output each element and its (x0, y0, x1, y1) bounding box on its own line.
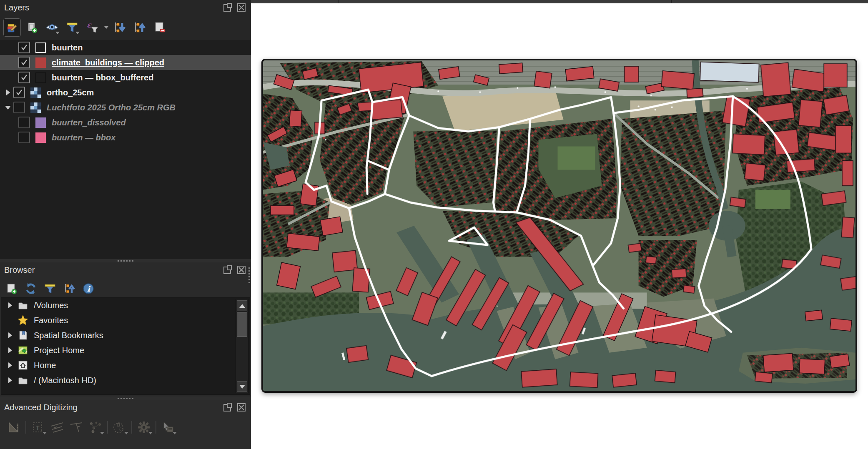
parallel-lines-icon (48, 418, 67, 437)
browser-item-macintosh-hd[interactable]: / (Macintosh HD) (1, 373, 250, 388)
browser-toolbar: i (0, 277, 251, 300)
layers-toolbar: ε (0, 15, 251, 40)
layer-swatch (35, 132, 46, 143)
browser-panel-header: Browser (0, 262, 251, 277)
expand-all-icon[interactable] (111, 18, 128, 37)
float-panel-icon[interactable] (222, 402, 233, 413)
layers-panel-header: Layers (0, 0, 251, 15)
map-rendering (263, 60, 855, 391)
remove-layer-icon[interactable] (151, 18, 168, 37)
layer-name: buurten — bbox_buffered (52, 73, 153, 82)
perpendicular-icon (67, 418, 86, 437)
bookmark-icon (17, 329, 29, 341)
home-icon (17, 359, 29, 371)
chevron-down-icon (75, 32, 80, 34)
layer-styling-icon[interactable] (3, 18, 21, 37)
collapse-all-icon[interactable] (131, 18, 148, 37)
browser-item-volumes[interactable]: /Volumes (1, 298, 250, 313)
browser-panel-title: Browser (4, 265, 35, 275)
layer-row-buurten[interactable]: buurten (0, 40, 251, 55)
cad-settings-gear-icon (134, 418, 153, 437)
construction-circles-icon (110, 418, 129, 437)
visibility-checkbox[interactable] (18, 42, 30, 53)
float-panel-icon[interactable] (222, 264, 233, 275)
browser-item-favorites[interactable]: Favorites (1, 313, 250, 328)
filter-expression-icon[interactable]: ε (83, 18, 101, 37)
visibility-checkbox[interactable] (18, 117, 30, 128)
browser-item-label: Home (34, 361, 56, 370)
layer-tree: buurten climate_buildings — clipped buur… (0, 40, 251, 259)
visibility-checkbox[interactable] (13, 87, 25, 98)
close-panel-icon[interactable] (236, 264, 247, 275)
map-canvas[interactable] (261, 59, 857, 393)
browser-panel: Browser (0, 262, 251, 397)
expander-collapsed-icon[interactable] (5, 330, 15, 341)
toolbar-edge-strip (251, 0, 868, 3)
browser-tree: /Volumes Favorites Spatial Bookmarks Pro… (1, 297, 250, 395)
expander-collapsed-icon[interactable] (5, 360, 15, 371)
snap-points-icon (86, 418, 105, 437)
raster-checker-swatch (30, 87, 41, 98)
layer-swatch (35, 42, 46, 53)
filter-browser-icon[interactable] (42, 280, 58, 297)
panel-splitter-handle[interactable] (0, 259, 251, 262)
scroll-down-icon[interactable] (237, 381, 247, 392)
layer-swatch (35, 72, 46, 83)
chevron-down-icon[interactable] (104, 26, 108, 29)
layers-panel-title: Layers (4, 3, 29, 12)
dock-sidebar: Layers (0, 0, 251, 449)
map-themes-icon[interactable] (43, 18, 61, 37)
layer-row-ortho-25cm[interactable]: ortho_25cm (0, 85, 251, 100)
close-panel-icon[interactable] (236, 402, 247, 413)
layer-swatch (35, 57, 46, 68)
expander-collapsed-icon[interactable] (3, 87, 13, 98)
visibility-checkbox[interactable] (18, 72, 30, 83)
svg-text:ε: ε (87, 20, 92, 29)
properties-info-icon[interactable]: i (80, 280, 97, 297)
layer-name: ortho_25cm (47, 88, 94, 97)
add-group-icon[interactable] (23, 18, 41, 37)
layer-row-buurten-bbox[interactable]: buurten — bbox (0, 130, 251, 145)
advanced-digitizing-toolbar: T (0, 415, 251, 440)
scrollbar-thumb[interactable] (237, 312, 247, 337)
visibility-checkbox[interactable] (18, 132, 30, 143)
cad-tools-icon (4, 418, 23, 437)
browser-item-label: Spatial Bookmarks (34, 331, 103, 340)
layer-name: buurten — bbox (52, 133, 115, 142)
panel-splitter-handle[interactable] (0, 397, 251, 400)
collapse-all-icon[interactable] (61, 280, 78, 297)
browser-item-label: Favorites (34, 316, 68, 325)
float-panel-icon[interactable] (222, 2, 233, 13)
visibility-checkbox[interactable] (13, 102, 25, 113)
toolbar-separator (338, 0, 339, 3)
browser-item-home[interactable]: Home (1, 358, 250, 373)
toolbar-separator (671, 0, 672, 3)
browser-scrollbar[interactable] (236, 299, 248, 393)
browser-item-spatial-bookmarks[interactable]: Spatial Bookmarks (1, 328, 250, 343)
close-panel-icon[interactable] (236, 2, 247, 13)
refresh-icon[interactable] (23, 280, 39, 297)
layer-row-buurten-bbox-buffered[interactable]: buurten — bbox_buffered (0, 70, 251, 85)
visibility-checkbox[interactable] (18, 57, 30, 68)
expander-collapsed-icon[interactable] (5, 375, 15, 386)
expander-collapsed-icon[interactable] (5, 345, 15, 356)
layer-row-luchtfoto-2025[interactable]: Luchtfoto 2025 Ortho 25cm RGB (0, 100, 251, 115)
expander-expanded-icon[interactable] (3, 102, 13, 113)
raster-checker-swatch (30, 102, 41, 113)
map-canvas-area (251, 0, 868, 449)
expander-collapsed-icon[interactable] (5, 300, 15, 311)
cad-floater-icon (158, 418, 178, 437)
construction-mode-icon: T (28, 418, 48, 437)
layers-panel: Layers (0, 0, 251, 259)
filter-legend-icon[interactable] (63, 18, 81, 37)
browser-item-project-home[interactable]: Project Home (1, 343, 250, 358)
layer-name: buurten_dissolved (52, 118, 126, 127)
layer-row-buurten-dissolved[interactable]: buurten_dissolved (0, 115, 251, 130)
dock-splitter-handle[interactable] (248, 267, 250, 283)
add-selected-layers-icon[interactable] (3, 280, 20, 297)
scroll-up-icon[interactable] (237, 300, 247, 311)
layer-name: climate_buildings — clipped (52, 58, 164, 67)
folder-icon (17, 374, 29, 386)
layer-row-climate-buildings-clipped[interactable]: climate_buildings — clipped (0, 55, 251, 70)
browser-item-label: Project Home (34, 346, 84, 355)
